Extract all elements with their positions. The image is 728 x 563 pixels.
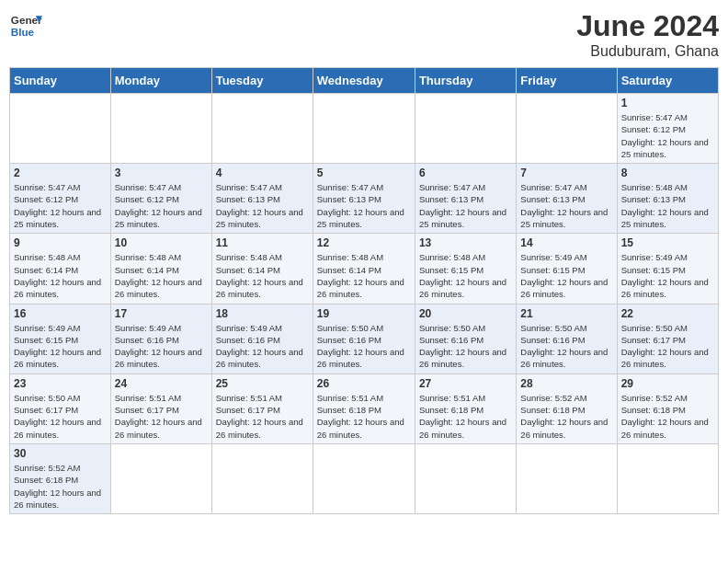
- day-info: Sunrise: 5:48 AMSunset: 6:14 PMDaylight:…: [216, 251, 309, 300]
- calendar-cell: [517, 94, 617, 164]
- day-info: Sunrise: 5:49 AMSunset: 6:16 PMDaylight:…: [115, 322, 208, 371]
- calendar-cell: [313, 443, 415, 513]
- day-number: 7: [520, 167, 612, 179]
- day-number: 11: [216, 236, 309, 249]
- calendar-week-row: 16Sunrise: 5:49 AMSunset: 6:15 PMDayligh…: [10, 304, 719, 373]
- calendar-week-row: 30Sunrise: 5:52 AMSunset: 6:18 PMDayligh…: [10, 443, 719, 513]
- calendar-cell: [617, 443, 718, 513]
- day-number: 20: [419, 307, 512, 320]
- day-number: 2: [14, 167, 107, 179]
- day-number: 8: [621, 167, 714, 179]
- day-header-thursday: Thursday: [415, 68, 516, 94]
- calendar-cell: 11Sunrise: 5:48 AMSunset: 6:14 PMDayligh…: [211, 234, 313, 304]
- day-number: 23: [14, 377, 107, 390]
- calendar-cell: [10, 94, 111, 164]
- day-number: 13: [419, 236, 512, 249]
- calendar-table: SundayMondayTuesdayWednesdayThursdayFrid…: [9, 67, 719, 514]
- day-info: Sunrise: 5:49 AMSunset: 6:16 PMDaylight:…: [216, 322, 309, 371]
- day-info: Sunrise: 5:52 AMSunset: 6:18 PMDaylight:…: [520, 392, 612, 441]
- day-info: Sunrise: 5:47 AMSunset: 6:12 PMDaylight:…: [621, 111, 714, 160]
- calendar-cell: 13Sunrise: 5:48 AMSunset: 6:15 PMDayligh…: [415, 234, 516, 304]
- calendar-week-row: 23Sunrise: 5:50 AMSunset: 6:17 PMDayligh…: [10, 373, 719, 443]
- day-number: 15: [621, 236, 714, 249]
- svg-text:Blue: Blue: [11, 26, 35, 38]
- calendar-cell: [211, 94, 313, 164]
- logo: General Blue: [9, 9, 42, 42]
- calendar-cell: 18Sunrise: 5:49 AMSunset: 6:16 PMDayligh…: [211, 304, 313, 373]
- day-number: 22: [621, 307, 714, 320]
- calendar-cell: [517, 443, 617, 513]
- day-info: Sunrise: 5:52 AMSunset: 6:18 PMDaylight:…: [14, 462, 107, 511]
- calendar-cell: 10Sunrise: 5:48 AMSunset: 6:14 PMDayligh…: [110, 234, 211, 304]
- day-number: 21: [520, 307, 612, 320]
- calendar-cell: 8Sunrise: 5:48 AMSunset: 6:13 PMDaylight…: [617, 164, 718, 234]
- day-info: Sunrise: 5:47 AMSunset: 6:12 PMDaylight:…: [14, 181, 107, 230]
- calendar-body: 1Sunrise: 5:47 AMSunset: 6:12 PMDaylight…: [10, 94, 719, 514]
- day-number: 3: [115, 167, 208, 179]
- calendar-cell: [110, 94, 211, 164]
- day-info: Sunrise: 5:47 AMSunset: 6:13 PMDaylight:…: [520, 181, 612, 230]
- calendar-cell: 28Sunrise: 5:52 AMSunset: 6:18 PMDayligh…: [517, 373, 617, 443]
- day-number: 1: [621, 97, 714, 109]
- calendar-cell: [415, 94, 516, 164]
- day-header-saturday: Saturday: [617, 68, 718, 94]
- calendar-cell: [313, 94, 415, 164]
- day-number: 30: [14, 447, 107, 460]
- day-header-monday: Monday: [110, 68, 211, 94]
- day-number: 12: [317, 236, 411, 249]
- day-info: Sunrise: 5:51 AMSunset: 6:17 PMDaylight:…: [216, 392, 309, 441]
- day-number: 27: [419, 377, 512, 390]
- day-number: 10: [115, 236, 208, 249]
- day-number: 24: [115, 377, 208, 390]
- day-number: 14: [520, 236, 612, 249]
- day-info: Sunrise: 5:48 AMSunset: 6:13 PMDaylight:…: [621, 181, 714, 230]
- day-number: 28: [520, 377, 612, 390]
- calendar-cell: 20Sunrise: 5:50 AMSunset: 6:16 PMDayligh…: [415, 304, 516, 373]
- calendar-cell: 12Sunrise: 5:48 AMSunset: 6:14 PMDayligh…: [313, 234, 415, 304]
- calendar-cell: 19Sunrise: 5:50 AMSunset: 6:16 PMDayligh…: [313, 304, 415, 373]
- day-number: 18: [216, 307, 309, 320]
- logo-icon: General Blue: [9, 9, 42, 42]
- calendar-cell: 1Sunrise: 5:47 AMSunset: 6:12 PMDaylight…: [617, 94, 718, 164]
- day-number: 29: [621, 377, 714, 390]
- svg-text:General: General: [11, 14, 42, 26]
- calendar-cell: 4Sunrise: 5:47 AMSunset: 6:13 PMDaylight…: [211, 164, 313, 234]
- calendar-cell: [211, 443, 313, 513]
- calendar-cell: 16Sunrise: 5:49 AMSunset: 6:15 PMDayligh…: [10, 304, 111, 373]
- day-number: 26: [317, 377, 411, 390]
- day-number: 4: [216, 167, 309, 179]
- calendar-cell: 15Sunrise: 5:49 AMSunset: 6:15 PMDayligh…: [617, 234, 718, 304]
- day-number: 6: [419, 167, 512, 179]
- day-info: Sunrise: 5:48 AMSunset: 6:14 PMDaylight:…: [14, 251, 107, 300]
- calendar-week-row: 1Sunrise: 5:47 AMSunset: 6:12 PMDaylight…: [10, 94, 719, 164]
- day-info: Sunrise: 5:49 AMSunset: 6:15 PMDaylight:…: [621, 251, 714, 300]
- calendar-cell: 2Sunrise: 5:47 AMSunset: 6:12 PMDaylight…: [10, 164, 111, 234]
- calendar-cell: [110, 443, 211, 513]
- day-info: Sunrise: 5:50 AMSunset: 6:16 PMDaylight:…: [317, 322, 411, 371]
- day-info: Sunrise: 5:50 AMSunset: 6:16 PMDaylight:…: [419, 322, 512, 371]
- day-info: Sunrise: 5:50 AMSunset: 6:16 PMDaylight:…: [520, 322, 612, 371]
- calendar-cell: 30Sunrise: 5:52 AMSunset: 6:18 PMDayligh…: [10, 443, 111, 513]
- day-header-tuesday: Tuesday: [211, 68, 313, 94]
- calendar-week-row: 9Sunrise: 5:48 AMSunset: 6:14 PMDaylight…: [10, 234, 719, 304]
- calendar-cell: 5Sunrise: 5:47 AMSunset: 6:13 PMDaylight…: [313, 164, 415, 234]
- day-info: Sunrise: 5:48 AMSunset: 6:14 PMDaylight:…: [115, 251, 208, 300]
- calendar-cell: 3Sunrise: 5:47 AMSunset: 6:12 PMDaylight…: [110, 164, 211, 234]
- calendar-cell: 7Sunrise: 5:47 AMSunset: 6:13 PMDaylight…: [517, 164, 617, 234]
- calendar-cell: 23Sunrise: 5:50 AMSunset: 6:17 PMDayligh…: [10, 373, 111, 443]
- calendar-cell: 24Sunrise: 5:51 AMSunset: 6:17 PMDayligh…: [110, 373, 211, 443]
- calendar-cell: 27Sunrise: 5:51 AMSunset: 6:18 PMDayligh…: [415, 373, 516, 443]
- day-header-sunday: Sunday: [10, 68, 111, 94]
- calendar-cell: 17Sunrise: 5:49 AMSunset: 6:16 PMDayligh…: [110, 304, 211, 373]
- calendar-header-row: SundayMondayTuesdayWednesdayThursdayFrid…: [10, 68, 719, 94]
- calendar-cell: 25Sunrise: 5:51 AMSunset: 6:17 PMDayligh…: [211, 373, 313, 443]
- title-area: June 2024 Buduburam, Ghana: [576, 9, 719, 60]
- location: Buduburam, Ghana: [576, 43, 719, 60]
- calendar-cell: 21Sunrise: 5:50 AMSunset: 6:16 PMDayligh…: [517, 304, 617, 373]
- day-info: Sunrise: 5:51 AMSunset: 6:17 PMDaylight:…: [115, 392, 208, 441]
- day-info: Sunrise: 5:48 AMSunset: 6:15 PMDaylight:…: [419, 251, 512, 300]
- day-info: Sunrise: 5:50 AMSunset: 6:17 PMDaylight:…: [14, 392, 107, 441]
- month-title: June 2024: [576, 9, 719, 43]
- calendar-week-row: 2Sunrise: 5:47 AMSunset: 6:12 PMDaylight…: [10, 164, 719, 234]
- day-info: Sunrise: 5:52 AMSunset: 6:18 PMDaylight:…: [621, 392, 714, 441]
